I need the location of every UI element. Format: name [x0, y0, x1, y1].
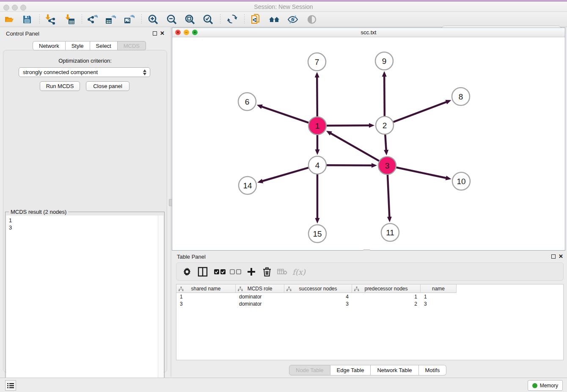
table-cell[interactable]: 2: [352, 301, 421, 308]
table-toolbar: f(x): [176, 262, 564, 281]
split-columns-icon[interactable]: [198, 266, 208, 277]
export-image-icon[interactable]: [124, 14, 135, 25]
graph-edge-3-11[interactable]: [388, 175, 389, 218]
table-panel: Table Panel ✕: [172, 251, 567, 377]
tab-edge-table[interactable]: Edge Table: [330, 365, 371, 375]
network-canvas[interactable]: 1234678910111415: [172, 37, 565, 250]
graph-edge-2-8[interactable]: [394, 102, 447, 122]
graph-edge-4-3[interactable]: [327, 165, 372, 166]
graph-edge-3-10[interactable]: [396, 168, 447, 178]
graph-edge-4-14[interactable]: [262, 168, 308, 181]
hide-selected-icon[interactable]: [287, 14, 298, 25]
table-cell[interactable]: 1: [352, 293, 421, 301]
graph-node-7[interactable]: 7: [308, 53, 326, 71]
deselect-all-icon[interactable]: [229, 266, 242, 277]
mcds-result-scrollbar[interactable]: [158, 215, 163, 392]
svg-text:7: 7: [315, 58, 319, 66]
table-cell[interactable]: 1: [176, 293, 236, 301]
delete-column-icon[interactable]: [262, 266, 272, 277]
memory-button[interactable]: Memory: [528, 380, 563, 391]
graph-node-14[interactable]: 14: [239, 177, 256, 194]
graph-node-10[interactable]: 10: [452, 172, 470, 190]
table-float-icon[interactable]: [551, 254, 556, 259]
graph-edge-1-2[interactable]: [327, 125, 370, 126]
graph-node-9[interactable]: 9: [375, 52, 393, 70]
graph-node-1[interactable]: 1: [308, 117, 326, 135]
table-cell[interactable]: dominator: [236, 301, 284, 308]
export-network-icon[interactable]: [87, 14, 98, 25]
function-builder-icon[interactable]: f(x): [292, 266, 306, 277]
tab-node-table[interactable]: Node Table: [289, 365, 330, 375]
close-panel-button[interactable]: Close panel: [86, 81, 129, 91]
table-cell[interactable]: 1: [421, 293, 457, 301]
open-file-icon[interactable]: [4, 14, 15, 25]
import-table-icon[interactable]: [64, 14, 75, 25]
graph-node-3[interactable]: 3: [378, 157, 396, 174]
graph-node-2[interactable]: 2: [376, 116, 394, 134]
task-history-button[interactable]: [5, 380, 16, 391]
table-close-icon[interactable]: ✕: [559, 254, 563, 259]
graph-edge-1-7[interactable]: [317, 77, 317, 116]
table-row[interactable]: 3dominator323: [176, 301, 457, 308]
zoom-selected-icon[interactable]: [203, 14, 214, 25]
graph-edge-arrowhead: [257, 179, 263, 183]
graph-edge-1-6[interactable]: [261, 106, 308, 122]
column-header-shared-name[interactable]: shared name: [176, 284, 236, 293]
svg-text:1: 1: [315, 121, 320, 130]
tab-network-table[interactable]: Network Table: [371, 365, 418, 375]
save-session-icon[interactable]: [22, 14, 33, 25]
import-network-icon[interactable]: [44, 14, 55, 25]
tab-mcds[interactable]: MCDS: [118, 41, 146, 50]
mcds-result-text[interactable]: 1 3: [6, 215, 159, 392]
graph-node-4[interactable]: 4: [308, 156, 326, 174]
tab-style[interactable]: Style: [66, 41, 90, 50]
table-cell[interactable]: 4: [284, 293, 352, 301]
tab-network[interactable]: Network: [33, 41, 66, 50]
column-header-successor-nodes[interactable]: successor nodes: [284, 284, 352, 293]
table-cell[interactable]: 3: [176, 301, 236, 308]
table-cell[interactable]: 3: [421, 301, 457, 308]
control-panel: Control Panel ✕ NetworkStyleSelectMCDS O…: [0, 27, 170, 377]
column-header-name[interactable]: name: [421, 284, 457, 293]
graph-edge-2-3[interactable]: [385, 135, 386, 151]
run-mcds-button[interactable]: Run MCDS: [40, 81, 80, 91]
zoom-out-icon[interactable]: [166, 14, 177, 25]
table-cell[interactable]: 3: [284, 301, 352, 308]
node-table[interactable]: shared nameMCDS rolesuccessor nodesprede…: [176, 284, 564, 360]
table-row[interactable]: 1dominator411: [176, 293, 457, 301]
zoom-in-icon[interactable]: [148, 14, 159, 25]
network-minimize-button[interactable]: −: [184, 30, 189, 35]
control-panel-title: Control Panel: [6, 30, 39, 37]
graph-edge-arrowhead: [372, 163, 377, 168]
apply-layout-icon[interactable]: [227, 14, 238, 25]
graph-node-6[interactable]: 6: [238, 93, 256, 110]
export-table-icon[interactable]: [105, 14, 116, 25]
zoom-fit-icon[interactable]: [184, 14, 195, 25]
gear-icon[interactable]: [182, 266, 192, 277]
show-all-icon[interactable]: [306, 14, 317, 25]
delete-table-icon[interactable]: [277, 266, 287, 277]
graph-node-8[interactable]: 8: [452, 88, 470, 105]
graph-edge-2-9[interactable]: [384, 76, 385, 116]
network-view-window: scc.txt ✕ − + 1234678910111415: [172, 28, 565, 251]
select-all-icon[interactable]: [214, 266, 226, 277]
column-header-predecessor-nodes[interactable]: predecessor nodes: [352, 284, 421, 293]
network-graph[interactable]: 1234678910111415: [172, 37, 565, 250]
column-header-MCDS-role[interactable]: MCDS role: [236, 284, 284, 293]
float-panel-icon[interactable]: [153, 31, 157, 36]
add-column-icon[interactable]: [247, 266, 256, 277]
graph-edge-arrowhead: [315, 218, 320, 224]
graph-edge-3-1[interactable]: [330, 133, 379, 161]
first-neighbors-icon[interactable]: [269, 14, 280, 25]
tab-select[interactable]: Select: [90, 41, 118, 50]
close-panel-icon[interactable]: ✕: [160, 31, 165, 36]
table-cell[interactable]: dominator: [236, 293, 284, 301]
graph-edge-arrowhead: [382, 71, 387, 77]
graph-node-15[interactable]: 15: [308, 225, 326, 243]
optimization-criterion-dropdown[interactable]: strongly connected component: [19, 67, 150, 77]
network-maximize-button[interactable]: +: [192, 30, 198, 35]
tab-motifs[interactable]: Motifs: [419, 365, 447, 375]
network-close-button[interactable]: ✕: [175, 30, 181, 35]
graph-node-11[interactable]: 11: [381, 224, 399, 241]
clone-network-icon[interactable]: [250, 14, 261, 25]
